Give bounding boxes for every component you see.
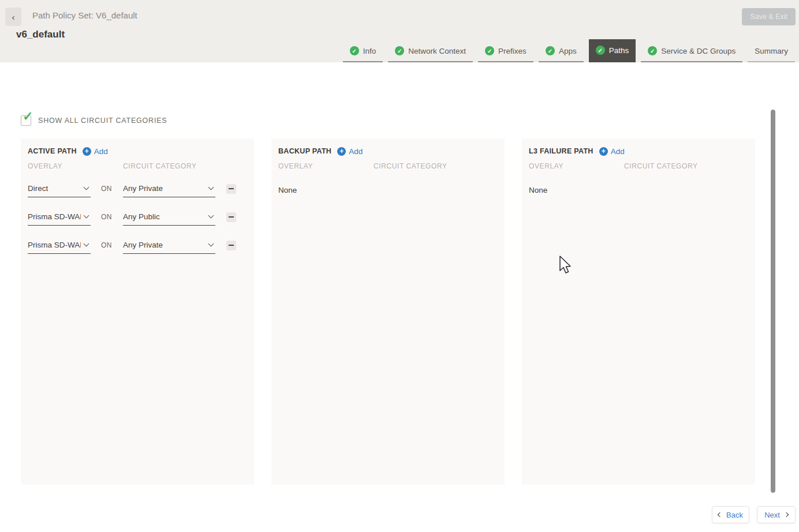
active-path-rows: DirectONAny PrivatePrisma SD-WAN VONAny … [28, 180, 247, 254]
back-button[interactable]: Back [712, 506, 749, 523]
overlay-column-header: OVERLAY [28, 162, 91, 170]
check-circle-icon: ✓ [485, 46, 494, 55]
path-rule-row: Prisma SD-WAN VONAny Private [28, 237, 247, 254]
tab-summary[interactable]: Summary [748, 40, 795, 62]
circuit-category-select-value: Any Public [123, 212, 206, 221]
chevron-right-icon [784, 512, 789, 517]
tab-network-context[interactable]: ✓Network Context [388, 40, 473, 62]
panel-title: ACTIVE PATH [28, 147, 77, 155]
next-button[interactable]: Next [757, 506, 796, 523]
page-title: Path Policy Set: V6_default [32, 10, 137, 20]
overlay-select-value: Prisma SD-WAN V [28, 241, 81, 249]
circuit-category-select[interactable]: Any Private [123, 237, 215, 254]
backup-path-panel: BACKUP PATH + Add OVERLAY CIRCUIT CATEGO… [271, 138, 505, 485]
plus-icon: + [83, 147, 91, 156]
remove-row-button[interactable] [226, 184, 236, 194]
on-label: ON [101, 241, 116, 249]
add-active-path-button[interactable]: + Add [83, 147, 108, 156]
remove-row-button[interactable] [226, 212, 236, 222]
page-header: ‹ Path Policy Set: V6_default v6_default… [0, 0, 799, 62]
tab-label: Prefixes [498, 47, 527, 55]
tab-apps[interactable]: ✓Apps [539, 40, 584, 62]
check-circle-icon: ✓ [546, 46, 555, 55]
circuit-category-select-value: Any Private [123, 241, 206, 249]
l3-failure-path-none: None [529, 186, 748, 194]
active-path-panel: ACTIVE PATH + Add OVERLAY CIRCUIT CATEGO… [21, 138, 254, 485]
overlay-column-header: OVERLAY [278, 162, 341, 170]
save-exit-button[interactable]: Save & Exit [742, 8, 796, 25]
backup-path-none: None [278, 186, 498, 194]
circuit-category-select[interactable]: Any Private [123, 180, 215, 197]
vertical-scrollbar[interactable] [771, 110, 775, 493]
tab-bar: ✓Info✓Network Context✓Prefixes✓Apps✓Path… [343, 39, 795, 62]
overlay-select[interactable]: Prisma SD-WAN V [28, 237, 91, 254]
overlay-select[interactable]: Direct [28, 180, 91, 197]
add-l3-failure-path-button[interactable]: + Add [599, 147, 625, 156]
tab-paths[interactable]: ✓Paths [589, 39, 636, 62]
chevron-left-icon [718, 512, 722, 517]
on-label: ON [101, 185, 116, 193]
chevron-down-icon [208, 185, 214, 190]
chevron-down-icon [84, 241, 89, 247]
chevron-down-icon [84, 213, 89, 219]
check-circle-icon: ✓ [395, 46, 404, 55]
circuit-category-column-header: CIRCUIT CATEGORY [374, 162, 466, 170]
path-rule-row: DirectONAny Private [28, 180, 247, 197]
check-circle-icon: ✓ [648, 46, 657, 55]
panel-title: BACKUP PATH [278, 147, 331, 155]
tab-label: Info [363, 47, 376, 55]
plus-icon: + [599, 147, 608, 156]
tab-service-dc-groups[interactable]: ✓Service & DC Groups [641, 40, 742, 62]
show-all-checkbox[interactable]: ✓ [21, 115, 31, 126]
chevron-left-icon: ‹ [12, 12, 15, 22]
show-all-label: SHOW ALL CIRCUIT CATEGORIES [38, 117, 167, 125]
circuit-category-select[interactable]: Any Public [123, 208, 215, 226]
circuit-category-column-header: CIRCUIT CATEGORY [624, 162, 716, 170]
check-circle-icon: ✓ [350, 46, 359, 55]
path-rule-row: Prisma SD-WAN VONAny Public [28, 208, 247, 226]
tab-label: Apps [559, 47, 577, 55]
tab-info[interactable]: ✓Info [343, 40, 383, 62]
chevron-down-icon [208, 241, 214, 247]
overlay-select-value: Direct [28, 184, 81, 193]
tab-label: Network Context [408, 47, 466, 55]
circuit-category-select-value: Any Private [123, 184, 206, 193]
tab-label: Summary [755, 47, 788, 55]
tab-label: Paths [609, 46, 629, 55]
overlay-select[interactable]: Prisma SD-WAN V [28, 208, 91, 226]
chevron-down-icon [84, 185, 89, 190]
policy-set-name: v6_default [16, 29, 65, 40]
overlay-select-value: Prisma SD-WAN V [28, 212, 81, 221]
show-all-circuit-categories: ✓ SHOW ALL CIRCUIT CATEGORIES [21, 115, 167, 126]
panel-title: L3 FAILURE PATH [529, 147, 593, 155]
tab-label: Service & DC Groups [661, 47, 735, 55]
checkmark-icon: ✓ [23, 110, 33, 123]
plus-icon: + [337, 147, 346, 156]
tab-prefixes[interactable]: ✓Prefixes [478, 40, 533, 62]
back-nav-button[interactable]: ‹ [5, 8, 21, 26]
remove-row-button[interactable] [226, 241, 236, 250]
circuit-category-column-header: CIRCUIT CATEGORY [123, 162, 215, 170]
overlay-column-header: OVERLAY [529, 162, 592, 170]
add-backup-path-button[interactable]: + Add [337, 147, 363, 156]
on-label: ON [101, 213, 116, 221]
l3-failure-path-panel: L3 FAILURE PATH + Add OVERLAY CIRCUIT CA… [522, 138, 755, 485]
check-circle-icon: ✓ [596, 46, 605, 55]
chevron-down-icon [208, 213, 214, 219]
